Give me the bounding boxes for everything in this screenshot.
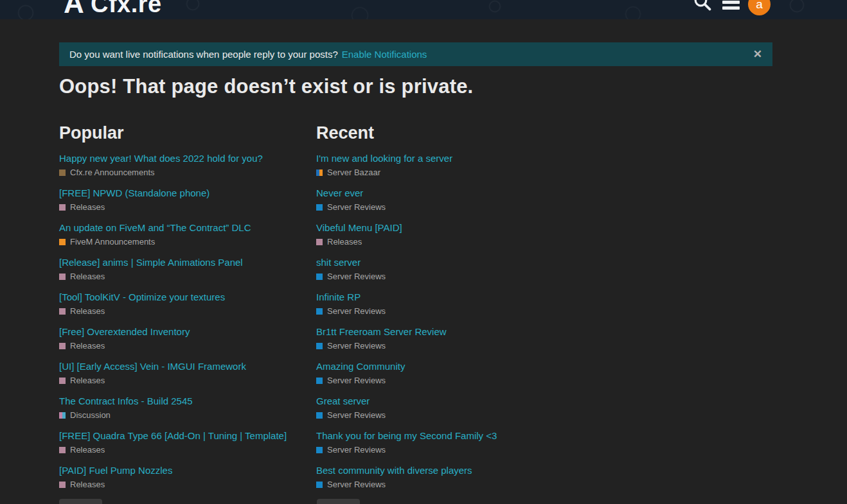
site-logo-text: Cfx.re bbox=[91, 0, 162, 18]
topic-item: [FREE] Quadra Type 66 [Add-On | Tuning |… bbox=[59, 430, 316, 455]
column-heading: Recent bbox=[316, 123, 573, 143]
category-badge-icon bbox=[59, 239, 66, 245]
topic-link[interactable]: Never ever bbox=[316, 187, 573, 200]
topic-link[interactable]: Thank you for being my Second Family <3 bbox=[316, 430, 573, 442]
category-name: Server Bazaar bbox=[327, 168, 380, 177]
topic-item: I'm new and looking for a serverServer B… bbox=[316, 152, 573, 177]
category-name: Releases bbox=[70, 445, 105, 455]
page: A Cfx.re a Do you want live notification… bbox=[0, 0, 847, 504]
topic-item: Best community with diverse playersServe… bbox=[316, 464, 573, 489]
category-badge-icon bbox=[316, 274, 323, 280]
category-badge-icon bbox=[59, 412, 66, 419]
category-name: Releases bbox=[70, 341, 105, 351]
topic-link[interactable]: Infinite RP bbox=[316, 291, 573, 304]
top-navbar: A Cfx.re a bbox=[0, 0, 847, 19]
category-name: Cfx.re Announcements bbox=[70, 168, 155, 177]
topic-link[interactable]: [PAID] Fuel Pump Nozzles bbox=[59, 464, 316, 477]
category-name: Server Reviews bbox=[327, 341, 386, 351]
user-avatar[interactable]: a bbox=[748, 0, 771, 15]
topic-link[interactable]: Great server bbox=[316, 395, 573, 408]
topic-item: [UI] [Early Access] Vein - IMGUI Framewo… bbox=[59, 360, 316, 385]
topic-category[interactable]: Releases bbox=[59, 480, 316, 489]
topic-category[interactable]: Server Reviews bbox=[316, 202, 573, 212]
topic-category[interactable]: Releases bbox=[59, 445, 316, 455]
category-name: Server Reviews bbox=[327, 410, 386, 420]
page-title: Oops! That page doesn’t exist or is priv… bbox=[59, 75, 473, 98]
category-badge-icon bbox=[316, 343, 323, 349]
topic-item: [Release] anims | Simple Animations Pane… bbox=[59, 256, 316, 281]
topic-category[interactable]: Releases bbox=[59, 306, 316, 316]
category-badge-icon bbox=[316, 447, 323, 453]
topic-item: [Tool] ToolKitV - Optimize your textures… bbox=[59, 291, 316, 316]
close-icon[interactable]: ✕ bbox=[753, 49, 762, 60]
topic-category[interactable]: Cfx.re Announcements bbox=[59, 168, 316, 177]
topic-column-popular: PopularHappy new year! What does 2022 ho… bbox=[59, 123, 316, 499]
topic-columns: PopularHappy new year! What does 2022 ho… bbox=[59, 123, 573, 499]
category-badge-icon bbox=[59, 482, 66, 488]
category-badge-icon bbox=[59, 378, 66, 384]
topic-category[interactable]: Releases bbox=[316, 237, 573, 247]
category-name: Server Reviews bbox=[327, 480, 386, 489]
category-badge-icon bbox=[316, 378, 323, 384]
topic-link[interactable]: [Release] anims | Simple Animations Pane… bbox=[59, 256, 316, 269]
topic-category[interactable]: Server Bazaar bbox=[316, 168, 573, 177]
topic-category[interactable]: Server Reviews bbox=[316, 480, 573, 489]
topic-category[interactable]: Releases bbox=[59, 272, 316, 281]
category-name: Releases bbox=[70, 202, 105, 212]
category-name: FiveM Announcements bbox=[70, 237, 155, 247]
topic-category[interactable]: Server Reviews bbox=[316, 376, 573, 385]
category-badge-icon bbox=[59, 308, 66, 315]
topic-link[interactable]: [FREE] Quadra Type 66 [Add-On | Tuning |… bbox=[59, 430, 316, 442]
topic-link[interactable]: I'm new and looking for a server bbox=[316, 152, 573, 165]
topic-item: An update on FiveM and “The Contract” DL… bbox=[59, 222, 316, 247]
category-name: Discussion bbox=[70, 410, 111, 420]
topic-link[interactable]: [Free] Overextended Inventory bbox=[59, 326, 316, 338]
topic-link[interactable]: Br1tt Freeroam Server Review bbox=[316, 326, 573, 338]
topic-item: Great serverServer Reviews bbox=[316, 395, 573, 420]
topic-item: Never everServer Reviews bbox=[316, 187, 573, 212]
topic-link[interactable]: Amazing Community bbox=[316, 360, 573, 373]
topic-category[interactable]: Releases bbox=[59, 376, 316, 385]
search-icon[interactable] bbox=[693, 0, 711, 11]
category-badge-icon bbox=[316, 204, 323, 211]
topic-item: [FREE] NPWD (Standalone phone)Releases bbox=[59, 187, 316, 212]
topic-category[interactable]: Server Reviews bbox=[316, 445, 573, 455]
topic-link[interactable]: An update on FiveM and “The Contract” DL… bbox=[59, 222, 316, 234]
topic-category[interactable]: Server Reviews bbox=[316, 410, 573, 420]
category-name: Releases bbox=[70, 306, 105, 316]
banner-message: Do you want live notifications when peop… bbox=[69, 49, 338, 60]
topic-item: [PAID] Fuel Pump NozzlesReleases bbox=[59, 464, 316, 489]
category-name: Releases bbox=[327, 237, 362, 247]
topic-category[interactable]: Discussion bbox=[59, 410, 316, 420]
topic-item: Amazing CommunityServer Reviews bbox=[316, 360, 573, 385]
topic-link[interactable]: shit server bbox=[316, 256, 573, 269]
topic-item: Br1tt Freeroam Server ReviewServer Revie… bbox=[316, 326, 573, 351]
more-button[interactable] bbox=[317, 499, 360, 504]
topic-category[interactable]: Releases bbox=[59, 202, 316, 212]
topic-link[interactable]: [UI] [Early Access] Vein - IMGUI Framewo… bbox=[59, 360, 316, 373]
topic-category[interactable]: Releases bbox=[59, 341, 316, 351]
topic-item: Vibeful Menu [PAID]Releases bbox=[316, 222, 573, 247]
enable-notifications-link[interactable]: Enable Notifications bbox=[342, 49, 427, 60]
topic-category[interactable]: Server Reviews bbox=[316, 341, 573, 351]
topic-column-recent: RecentI'm new and looking for a serverSe… bbox=[316, 123, 573, 499]
category-badge-icon bbox=[59, 204, 66, 211]
category-name: Releases bbox=[70, 480, 105, 489]
topic-link[interactable]: Happy new year! What does 2022 hold for … bbox=[59, 152, 316, 165]
topic-category[interactable]: Server Reviews bbox=[316, 306, 573, 316]
topic-category[interactable]: FiveM Announcements bbox=[59, 237, 316, 247]
topic-link[interactable]: Vibeful Menu [PAID] bbox=[316, 222, 573, 234]
more-button[interactable] bbox=[59, 499, 102, 504]
topic-item: Infinite RPServer Reviews bbox=[316, 291, 573, 316]
topic-category[interactable]: Server Reviews bbox=[316, 272, 573, 281]
category-name: Server Reviews bbox=[327, 202, 386, 212]
category-name: Releases bbox=[70, 272, 105, 281]
topic-link[interactable]: The Contract Infos - Build 2545 bbox=[59, 395, 316, 408]
topic-link[interactable]: Best community with diverse players bbox=[316, 464, 573, 477]
category-name: Server Reviews bbox=[327, 306, 386, 316]
notification-banner: Do you want live notifications when peop… bbox=[59, 42, 772, 66]
category-badge-icon bbox=[316, 482, 323, 488]
topic-link[interactable]: [FREE] NPWD (Standalone phone) bbox=[59, 187, 316, 200]
topic-link[interactable]: [Tool] ToolKitV - Optimize your textures bbox=[59, 291, 316, 304]
avatar-letter: a bbox=[756, 0, 763, 10]
